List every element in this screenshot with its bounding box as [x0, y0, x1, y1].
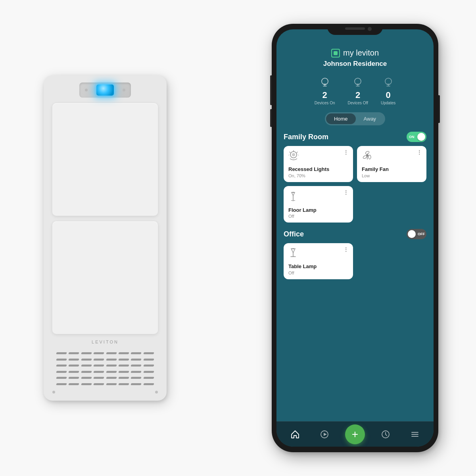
recessed-lights-name: Recessed Lights	[288, 166, 348, 173]
switch-brand-label: LEVITON	[92, 340, 119, 344]
grille-row-4	[56, 371, 154, 373]
room-family-room-toggle[interactable]: ON	[407, 132, 426, 142]
room-office-name: Office	[284, 230, 304, 238]
room-office-header: Office OFF	[284, 229, 426, 239]
switch-grille	[52, 350, 158, 388]
add-button[interactable]: +	[345, 424, 365, 444]
room-office: Office OFF ⋮	[284, 229, 426, 279]
camera-icon	[368, 27, 372, 31]
speaker-icon	[345, 27, 365, 30]
switch-button-top[interactable]	[52, 103, 158, 216]
grille-row-2	[56, 359, 154, 361]
phone-screen: my leviton Johnson Residence 2	[276, 29, 434, 447]
family-fan-name: Family Fan	[362, 166, 422, 173]
app-content: my leviton Johnson Residence 2	[276, 47, 434, 421]
devices-off-label: Devices Off	[347, 101, 368, 105]
table-lamp-status: Off	[288, 271, 348, 275]
power-button[interactable]	[438, 95, 440, 123]
devices-on-count: 2	[322, 91, 327, 100]
switch-dot-right	[123, 89, 125, 92]
corner-dot-left	[52, 391, 55, 393]
switch-top	[52, 83, 158, 98]
family-fan-status: Low	[362, 173, 422, 178]
stat-devices-on[interactable]: 2 Devices On	[315, 77, 335, 105]
office-toggle-label: OFF	[418, 232, 425, 236]
switch-led	[96, 84, 114, 96]
app-logo: my leviton	[284, 48, 426, 58]
floor-lamp-icon	[288, 190, 348, 205]
nav-clock-icon[interactable]	[377, 426, 394, 443]
svg-point-8	[293, 192, 294, 193]
toggle-thumb	[417, 133, 425, 141]
phone-container: my leviton Johnson Residence 2	[272, 24, 438, 452]
app-title: my leviton	[343, 48, 379, 58]
device-menu-icon[interactable]: ⋮	[343, 149, 349, 155]
toggle-on-label: ON	[409, 135, 415, 139]
stats-row: 2 Devices On 2 Devices Off	[284, 77, 426, 105]
recessed-lights-icon	[288, 150, 348, 164]
svg-marker-12	[324, 433, 327, 436]
away-mode-button[interactable]: Away	[356, 113, 384, 124]
scene-container: LEVITON	[0, 0, 476, 476]
devices-on-label: Devices On	[315, 101, 335, 105]
room-family-room-name: Family Room	[284, 133, 328, 141]
svg-point-1	[292, 153, 295, 156]
devices-off-icon	[353, 77, 362, 90]
residence-title: Johnson Residence	[284, 60, 426, 68]
switch-led-bar	[79, 83, 131, 98]
home-mode-button[interactable]: Home	[326, 113, 356, 124]
device-menu-lamp-icon[interactable]: ⋮	[343, 189, 349, 196]
phone-shell: my leviton Johnson Residence 2	[272, 24, 438, 452]
phone-notch	[327, 24, 383, 35]
app-header: my leviton Johnson Residence	[284, 47, 426, 72]
devices-grid-family-room: ⋮ Recessed Lights	[284, 146, 426, 223]
logo-inner	[334, 51, 338, 55]
device-card-family-fan[interactable]: ⋮ Famil	[357, 146, 426, 182]
devices-off-count: 2	[355, 91, 360, 100]
office-toggle-thumb	[408, 230, 416, 238]
updates-label: Updates	[381, 101, 395, 105]
mode-toggle: Home Away	[284, 112, 426, 125]
device-card-table-lamp[interactable]: ⋮ Table Lamp	[284, 243, 353, 279]
switch-buttons	[52, 103, 158, 334]
nav-play-icon[interactable]	[316, 426, 333, 443]
table-lamp-icon	[288, 247, 348, 261]
stat-devices-off[interactable]: 2 Devices Off	[347, 77, 368, 105]
svg-point-3	[365, 151, 370, 155]
room-family-room-header: Family Room ON	[284, 132, 426, 142]
corner-dot-right	[155, 391, 158, 393]
recessed-lights-status: On, 70%	[288, 173, 348, 178]
device-menu-table-icon[interactable]: ⋮	[343, 246, 349, 253]
nav-home-icon[interactable]	[286, 426, 304, 443]
grille-row-1	[56, 352, 154, 354]
floor-lamp-status: Off	[288, 214, 348, 219]
devices-grid-office: ⋮ Table Lamp	[284, 243, 426, 279]
devices-on-icon	[321, 77, 329, 90]
family-fan-icon	[362, 150, 422, 164]
grille-row-5	[56, 377, 154, 379]
svg-point-5	[363, 155, 367, 159]
device-menu-fan-icon[interactable]: ⋮	[416, 149, 422, 155]
switch-corner-dots	[52, 391, 158, 393]
svg-point-9	[293, 248, 294, 250]
device-card-floor-lamp[interactable]: ⋮ Floor Lamp	[284, 186, 353, 223]
updates-icon	[384, 77, 393, 90]
stat-updates[interactable]: 0 Updates	[381, 77, 395, 105]
switch-dot-left	[85, 89, 88, 92]
bottom-nav: +	[276, 421, 434, 447]
switch-button-bottom[interactable]	[52, 221, 158, 334]
svg-point-4	[369, 155, 371, 159]
grille-row-6	[56, 383, 154, 385]
mode-pill: Home Away	[325, 112, 385, 125]
grille-row-3	[56, 365, 154, 367]
room-family-room: Family Room ON ⋮	[284, 132, 426, 223]
room-office-toggle[interactable]: OFF	[407, 229, 426, 239]
table-lamp-name: Table Lamp	[288, 263, 348, 270]
nav-menu-icon[interactable]	[406, 426, 424, 443]
updates-count: 0	[386, 91, 390, 100]
light-switch: LEVITON	[44, 75, 167, 401]
floor-lamp-name: Floor Lamp	[288, 207, 348, 213]
logo-icon	[331, 49, 340, 58]
device-card-recessed-lights[interactable]: ⋮ Recessed Lights	[284, 146, 353, 182]
